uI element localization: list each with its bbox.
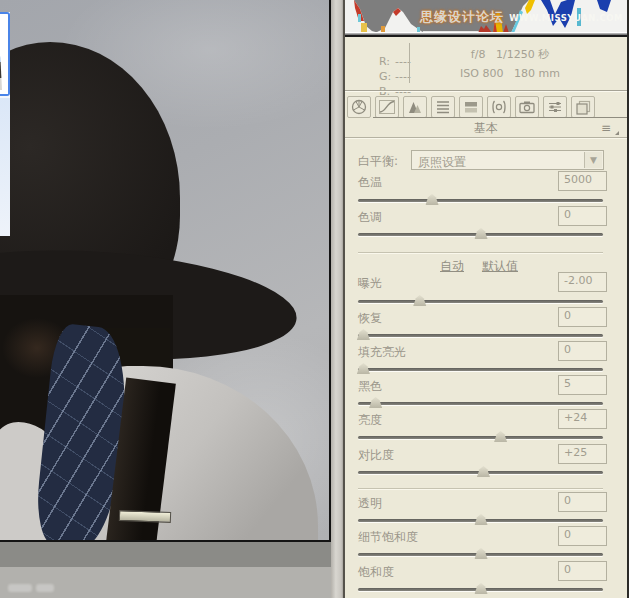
watermark-site-name: 思缘设计论坛: [420, 9, 504, 24]
slider-value-blacks[interactable]: 5: [558, 375, 607, 395]
panel-menu-icon[interactable]: ≡: [601, 122, 619, 135]
faint-mark: [8, 584, 32, 592]
slider-thumb-temperature[interactable]: [426, 194, 439, 205]
workspace-footer: [0, 567, 343, 598]
slider-label-contrast: 对比度: [358, 447, 394, 464]
workspace-background: [0, 542, 343, 567]
slider-value-temperature[interactable]: 5000: [558, 171, 607, 191]
slider-thumb-tint[interactable]: [475, 228, 488, 239]
white-balance-value: 原照设置: [418, 154, 466, 171]
slider-thumb-exposure[interactable]: [413, 295, 426, 306]
slider-thumb-contrast[interactable]: [477, 466, 490, 477]
hsl-stripes-icon: [434, 99, 452, 115]
tone-curve-icon: [378, 99, 396, 115]
chevron-down-icon[interactable]: ▼: [584, 152, 602, 168]
info-separator: [345, 90, 627, 91]
slider-label-blacks: 黑色: [358, 378, 382, 395]
histogram[interactable]: 思缘设计论坛 WWW.MISSYUAN.COM: [345, 0, 627, 37]
filmstrip-edge[interactable]: [0, 12, 10, 236]
slider-track-fill_light[interactable]: [358, 368, 603, 371]
tab-presets[interactable]: [543, 96, 567, 118]
slider-thumb-saturation[interactable]: [475, 583, 488, 594]
default-link[interactable]: 默认值: [482, 258, 518, 275]
slider-value-vibrance[interactable]: 0: [558, 526, 607, 546]
presets-sliders-icon: [546, 99, 564, 115]
suspender-clasp: [119, 510, 171, 523]
slider-track-clarity[interactable]: [358, 519, 603, 522]
group-separator: [358, 488, 603, 489]
snapshots-icon: [574, 99, 592, 115]
slider-track-vibrance[interactable]: [358, 553, 603, 556]
slider-thumb-fill_light[interactable]: [357, 363, 370, 374]
info-divider: [409, 43, 410, 83]
adjustments-panel: 思缘设计论坛 WWW.MISSYUAN.COM R:---- G:---- B:…: [343, 0, 629, 598]
slider-track-blacks[interactable]: [358, 402, 603, 405]
slider-value-clarity[interactable]: 0: [558, 492, 607, 512]
tab-hsl-grayscale[interactable]: [431, 96, 455, 118]
slider-value-contrast[interactable]: +25: [558, 444, 607, 464]
slider-thumb-clarity[interactable]: [475, 514, 488, 525]
iso-focal-info: ISO 800 180 mm: [415, 67, 605, 80]
filmstrip-selected-thumbnail[interactable]: [0, 12, 10, 96]
slider-value-recovery[interactable]: 0: [558, 307, 607, 327]
watermark: 思缘设计论坛 WWW.MISSYUAN.COM: [420, 6, 623, 26]
section-header: 基本: [345, 120, 627, 137]
slider-label-tint: 色调: [358, 209, 382, 226]
slider-value-fill_light[interactable]: 0: [558, 341, 607, 361]
slider-value-tint[interactable]: 0: [558, 206, 607, 226]
slider-label-exposure: 曝光: [358, 275, 382, 292]
camera-raw-dialog: 思缘设计论坛 WWW.MISSYUAN.COM R:---- G:---- B:…: [0, 0, 629, 598]
slider-thumb-recovery[interactable]: [357, 329, 370, 340]
tab-lens-corrections[interactable]: [487, 96, 511, 118]
slider-value-exposure[interactable]: -2.00: [558, 272, 607, 292]
slider-track-saturation[interactable]: [358, 588, 603, 591]
slider-track-brightness[interactable]: [358, 436, 603, 439]
tab-snapshots[interactable]: [571, 96, 595, 118]
aperture-icon: [350, 99, 368, 115]
auto-link[interactable]: 自动: [440, 258, 464, 275]
filmstrip-selection-area: [0, 98, 10, 236]
slider-value-brightness[interactable]: +24: [558, 409, 607, 429]
slider-label-clarity: 透明: [358, 495, 382, 512]
faint-mark: [36, 584, 54, 592]
tab-tone-curve[interactable]: [375, 96, 399, 118]
slider-label-recovery: 恢复: [358, 310, 382, 327]
tab-detail[interactable]: [403, 96, 427, 118]
tab-basic[interactable]: [347, 96, 371, 118]
slider-track-temperature[interactable]: [358, 199, 603, 202]
slider-thumb-blacks[interactable]: [369, 397, 382, 408]
watermark-site-url: WWW.MISSYUAN.COM: [509, 13, 623, 23]
detail-triangles-icon: [406, 99, 424, 115]
aperture-shutter-info: f/8 1/1250 秒: [415, 47, 605, 62]
slider-track-contrast[interactable]: [358, 471, 603, 474]
group-separator: [358, 252, 603, 253]
white-balance-dropdown[interactable]: 原照设置 ▼: [411, 150, 604, 170]
slider-track-tint[interactable]: [358, 233, 603, 236]
split-toning-icon: [462, 99, 480, 115]
white-balance-label: 白平衡:: [358, 153, 398, 170]
slider-track-exposure[interactable]: [358, 300, 603, 303]
tab-underline: [373, 117, 627, 118]
slider-track-recovery[interactable]: [358, 334, 603, 337]
slider-label-saturation: 饱和度: [358, 564, 394, 581]
slider-label-temperature: 色温: [358, 174, 382, 191]
slider-thumb-vibrance[interactable]: [475, 548, 488, 559]
slider-value-saturation[interactable]: 0: [558, 561, 607, 581]
thumbnail-image: [0, 44, 2, 90]
slider-label-vibrance: 细节饱和度: [358, 529, 418, 546]
photo-preview[interactable]: [0, 0, 331, 542]
preview-scrollbar-gutter[interactable]: [331, 0, 343, 598]
header-separator: [345, 137, 627, 138]
slider-label-fill_light: 填充亮光: [358, 344, 406, 361]
slider-thumb-brightness[interactable]: [494, 431, 507, 442]
slider-label-brightness: 亮度: [358, 412, 382, 429]
lens-correction-icon: [490, 99, 508, 115]
tab-camera-calibration[interactable]: [515, 96, 539, 118]
tab-split-toning[interactable]: [459, 96, 483, 118]
camera-calibration-icon: [518, 99, 536, 115]
